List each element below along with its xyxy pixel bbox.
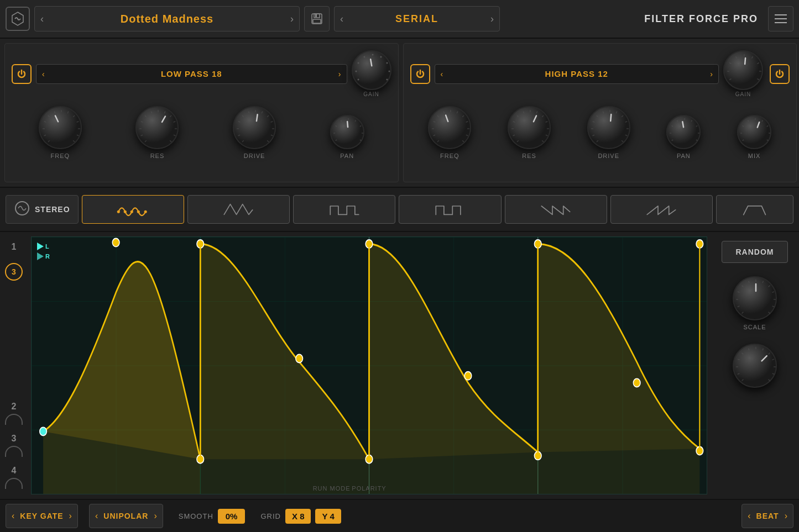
rate-knob[interactable] xyxy=(733,344,777,388)
step-3-badge-item[interactable]: 3 xyxy=(0,259,28,285)
filter1-freq-knob[interactable] xyxy=(39,106,82,149)
filter1-type-prev[interactable]: ‹ xyxy=(42,70,45,78)
run-mode-next[interactable]: › xyxy=(69,511,72,521)
svg-line-126 xyxy=(696,140,698,141)
svg-point-6 xyxy=(357,62,359,64)
rate-group xyxy=(733,344,777,388)
waveform-square-button[interactable] xyxy=(293,195,395,224)
step-4-item[interactable]: 4 xyxy=(0,461,28,493)
svg-line-97 xyxy=(536,111,537,113)
filter2-power-button[interactable] xyxy=(410,64,430,84)
beat-next[interactable]: › xyxy=(785,511,787,521)
polarity-next[interactable]: › xyxy=(154,511,156,521)
grid-x-value[interactable]: X 8 xyxy=(285,509,311,524)
svg-line-124 xyxy=(696,126,698,127)
svg-line-27 xyxy=(55,115,58,122)
filter1-pan-label: PAN xyxy=(340,152,354,159)
filters-section: ‹ LOW PASS 18 › xyxy=(0,39,799,188)
svg-line-191 xyxy=(769,380,770,381)
svg-line-32 xyxy=(145,115,147,117)
waveform-saw-down-button[interactable] xyxy=(505,195,607,224)
svg-line-90 xyxy=(517,140,519,142)
svg-line-89 xyxy=(446,115,448,122)
step-2-item[interactable]: 2 xyxy=(0,397,28,429)
smooth-value: 0% xyxy=(218,509,246,524)
filter2-type-prev[interactable]: ‹ xyxy=(441,70,443,78)
svg-line-84 xyxy=(463,115,464,117)
filter1-gain-knob[interactable] xyxy=(352,50,391,90)
svg-line-128 xyxy=(743,140,744,141)
filter2-gain-label: GAIN xyxy=(735,91,751,97)
lfo-graph[interactable]: L R RUN MODE POLARITY xyxy=(31,236,707,494)
svg-point-149 xyxy=(112,239,119,247)
serial-next-button[interactable]: › xyxy=(490,13,494,25)
svg-line-22 xyxy=(73,115,75,117)
svg-line-169 xyxy=(742,286,744,287)
svg-line-115 xyxy=(625,135,628,135)
svg-line-134 xyxy=(767,126,769,127)
beat-prev[interactable]: ‹ xyxy=(748,511,750,521)
save-button[interactable] xyxy=(304,6,330,31)
right-panel: RANDOM xyxy=(711,232,799,499)
waveform-sine-button[interactable] xyxy=(82,195,184,224)
svg-line-133 xyxy=(762,120,763,122)
preset-next-button[interactable]: › xyxy=(290,13,294,25)
svg-line-75 xyxy=(745,58,745,64)
random-button[interactable]: RANDOM xyxy=(722,241,788,263)
svg-point-4 xyxy=(357,78,359,81)
svg-line-188 xyxy=(772,359,774,360)
svg-point-141 xyxy=(130,210,133,213)
svg-line-182 xyxy=(738,359,740,360)
step-3-item[interactable]: 3 xyxy=(0,429,28,461)
svg-line-99 xyxy=(546,122,548,123)
svg-line-107 xyxy=(592,122,594,123)
preset-prev-button[interactable]: ‹ xyxy=(40,13,44,25)
svg-line-58 xyxy=(335,126,337,127)
waveform-ramp-button[interactable] xyxy=(610,195,713,224)
waveform-step-button[interactable] xyxy=(399,195,501,224)
l-label: L xyxy=(45,243,49,250)
filter1-pan-knob[interactable] xyxy=(330,115,364,149)
filter2-power-button-2[interactable] xyxy=(770,64,790,84)
lfo-steps-left: 1 3 2 3 4 xyxy=(0,232,28,499)
run-mode-prev[interactable]: ‹ xyxy=(12,511,14,521)
stereo-button[interactable]: STEREO xyxy=(6,195,79,224)
filter2-mix-knob[interactable] xyxy=(737,115,771,149)
stereo-icon xyxy=(14,200,30,219)
filter2-res-label: RES xyxy=(522,152,536,159)
filter2-pan-group: PAN xyxy=(666,115,701,159)
filter2-gain-knob[interactable] xyxy=(723,50,763,90)
polarity-prev[interactable]: ‹ xyxy=(95,511,98,521)
svg-line-47 xyxy=(248,111,249,113)
svg-line-62 xyxy=(359,126,361,127)
grid-y-value[interactable]: Y 4 xyxy=(315,509,341,524)
svg-line-54 xyxy=(267,140,269,142)
stereo-label: STEREO xyxy=(35,205,70,214)
svg-line-120 xyxy=(672,126,673,127)
filter1-drive-knob[interactable] xyxy=(233,106,276,149)
scale-knob[interactable] xyxy=(733,276,777,320)
filter2-drive-knob[interactable] xyxy=(587,106,630,149)
waveform-triangle-button[interactable] xyxy=(187,195,290,224)
filter1-res-knob[interactable] xyxy=(135,106,179,149)
svg-line-71 xyxy=(752,56,753,58)
filter1-power-button[interactable] xyxy=(12,64,32,84)
serial-prev-button[interactable]: ‹ xyxy=(340,13,343,25)
filter2-freq-knob[interactable] xyxy=(428,106,471,149)
run-mode-value: KEY GATE xyxy=(20,512,63,520)
filter1-type-next[interactable]: › xyxy=(338,70,341,78)
svg-line-36 xyxy=(170,115,172,117)
step-1-item[interactable]: 1 xyxy=(0,238,28,256)
svg-line-21 xyxy=(67,111,68,113)
filter2-type-next[interactable]: › xyxy=(710,70,713,78)
filter1-drive-label: DRIVE xyxy=(244,152,265,159)
filter2-drive-label: DRIVE xyxy=(598,152,619,159)
svg-line-23 xyxy=(76,122,79,123)
filter2-pan-knob[interactable] xyxy=(666,115,701,149)
filter2-res-knob[interactable] xyxy=(508,106,551,149)
waveform-peak-button[interactable] xyxy=(716,195,793,224)
svg-point-152 xyxy=(296,354,303,362)
menu-button[interactable] xyxy=(768,6,793,31)
playhead-r: R xyxy=(37,252,50,260)
svg-line-29 xyxy=(141,135,143,135)
